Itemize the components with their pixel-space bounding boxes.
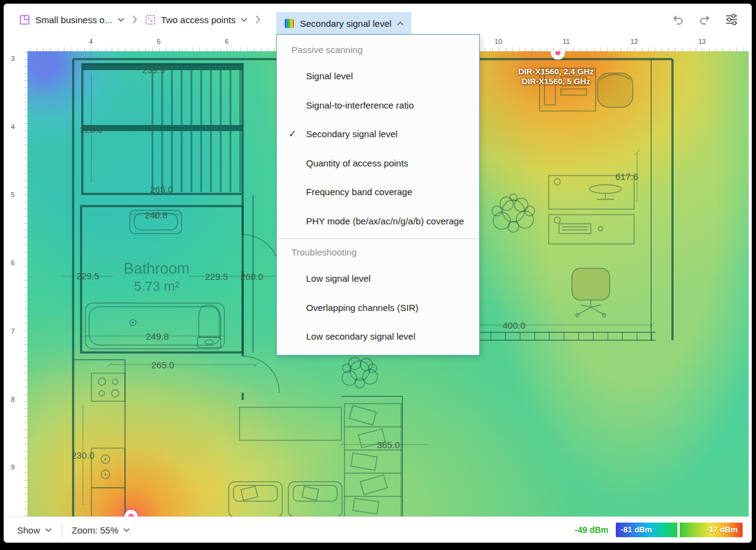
ruler-tick-label: 3	[4, 55, 22, 62]
menu-item[interactable]: Quantity of access points	[277, 149, 479, 178]
menu-section-header: Passive scanning	[277, 38, 479, 62]
breadcrumb-separator-icon	[132, 15, 137, 24]
menu-item-label: Signal-to-interference ratio	[306, 100, 414, 110]
menu-item[interactable]: ✓Secondary signal level	[277, 120, 479, 149]
measurement-label: 265.0	[151, 360, 174, 370]
show-label: Show	[17, 525, 40, 535]
visualization-settings-button[interactable]	[725, 13, 738, 26]
chevron-down-icon	[241, 18, 248, 22]
menu-item-label: Secondary signal level	[306, 129, 398, 139]
menu-item-label: Overlapping channels (SIR)	[306, 302, 418, 313]
measurement-label: 230.0	[71, 450, 94, 460]
breadcrumb: Small business o... Two access points	[17, 4, 266, 35]
menu-item[interactable]: Frequency band coverage	[277, 177, 479, 207]
breadcrumb-survey-label: Two access points	[161, 15, 236, 25]
chevron-down-icon	[45, 528, 52, 532]
measurement-label: 400.0	[502, 320, 526, 330]
legend-marker[interactable]	[677, 522, 680, 538]
undo-icon	[672, 14, 684, 25]
measurement-label: 225.0	[80, 124, 103, 135]
zoom-label: Zoom: 55%	[72, 525, 119, 535]
ruler-tick-label: 10	[494, 38, 502, 45]
access-point-label: DIR-X1560, 5 GHz	[522, 77, 591, 86]
menu-item-label: Low signal level	[306, 273, 371, 284]
breadcrumb-project[interactable]: Small business o...	[17, 9, 127, 30]
ruler-tick-label: 9	[4, 463, 22, 471]
toolbar: Small business o... Two access points	[4, 4, 752, 35]
menu-section-header: Troubleshooting	[277, 241, 479, 264]
breadcrumb-visualization[interactable]: Secondary signal level	[276, 12, 412, 34]
measurement-label: 229.5	[76, 271, 99, 281]
menu-item[interactable]: Overlapping channels (SIR)	[277, 293, 479, 323]
zoom-menu-button[interactable]: Zoom: 55%	[72, 525, 130, 535]
redo-icon	[699, 14, 711, 25]
menu-item-label: Signal level	[306, 71, 353, 81]
measurement-label: 239.9	[142, 65, 165, 75]
ruler-vertical: 3456789	[4, 51, 27, 517]
ruler-tick-label: 6	[225, 38, 229, 45]
survey-icon	[145, 15, 155, 25]
undo-button[interactable]	[671, 13, 685, 26]
measurement-label: 265.0	[150, 184, 173, 195]
measurement-label: 249.8	[146, 331, 169, 341]
ruler-tick-label: 12	[630, 38, 638, 45]
chevron-down-icon	[118, 18, 124, 22]
access-point-label: DIR-X1560, 2.4 GHz	[518, 67, 594, 76]
chevron-up-icon	[397, 21, 404, 26]
redo-button[interactable]	[698, 13, 711, 26]
signal-scale-legend[interactable]: -81 dBm -17 dBm	[616, 523, 743, 537]
menu-item[interactable]: Low signal level	[277, 264, 479, 293]
cursor-signal-value: -49 dBm	[575, 525, 608, 535]
status-bar: Show Zoom: 55% -49 dBm -81 dBm -17 dBm	[4, 516, 752, 543]
menu-item-label: Frequency band coverage	[306, 187, 412, 197]
measurement-label: 365.0	[377, 440, 400, 450]
ruler-tick-label: 11	[563, 38, 569, 45]
breadcrumb-survey[interactable]: Two access points	[143, 9, 251, 30]
ruler-tick-label: 4	[89, 38, 93, 45]
room-name: Bathroom	[124, 260, 190, 277]
breadcrumb-visualization-label: Secondary signal level	[300, 18, 391, 29]
show-menu-button[interactable]: Show	[17, 525, 52, 535]
app-window: Small business o... Two access points	[4, 4, 752, 543]
menu-item[interactable]: Signal-to-interference ratio	[277, 91, 479, 120]
menu-item-label: PHY mode (be/ax/ac/n/g/a/b) coverage	[306, 216, 464, 226]
sliders-icon	[725, 13, 738, 26]
measurement-label: 617.6	[615, 171, 638, 182]
measurement-label: 229.5	[205, 271, 228, 282]
checkmark-icon: ✓	[288, 128, 302, 140]
breadcrumb-separator-icon	[255, 15, 260, 24]
divider	[62, 523, 62, 537]
menu-divider	[277, 238, 479, 239]
visualization-menu: Passive scanningSignal levelSignal-to-in…	[276, 34, 480, 355]
toolbar-actions	[671, 4, 738, 35]
room-label: Bathroom 5.73 m²	[124, 260, 190, 295]
room-area: 5.73 m²	[124, 279, 190, 295]
menu-item-label: Quantity of access points	[306, 158, 408, 168]
ruler-tick-label: 13	[698, 38, 705, 45]
chevron-down-icon	[123, 528, 130, 532]
floor-plan-icon	[20, 15, 30, 25]
menu-item[interactable]: Low secondary signal level	[277, 322, 479, 351]
ruler-tick-label: 7	[4, 327, 22, 335]
legend-max-label: -17 dBm	[707, 523, 738, 537]
heatmap-icon	[284, 18, 294, 29]
measurement-label: 240.8	[144, 210, 168, 220]
menu-item[interactable]: Signal level	[277, 62, 479, 91]
ruler-tick-label: 4	[4, 123, 22, 130]
menu-item-label: Low secondary signal level	[306, 331, 415, 341]
breadcrumb-project-label: Small business o...	[35, 15, 112, 25]
ruler-tick-label: 8	[4, 396, 22, 403]
ruler-tick-label: 5	[157, 38, 160, 45]
ruler-tick-label: 5	[4, 191, 22, 198]
menu-item[interactable]: PHY mode (be/ax/ac/n/g/a/b) coverage	[277, 207, 479, 236]
ruler-tick-label: 6	[4, 259, 22, 266]
measurement-label: 260.0	[240, 271, 263, 282]
legend-min-label: -81 dBm	[621, 523, 652, 537]
